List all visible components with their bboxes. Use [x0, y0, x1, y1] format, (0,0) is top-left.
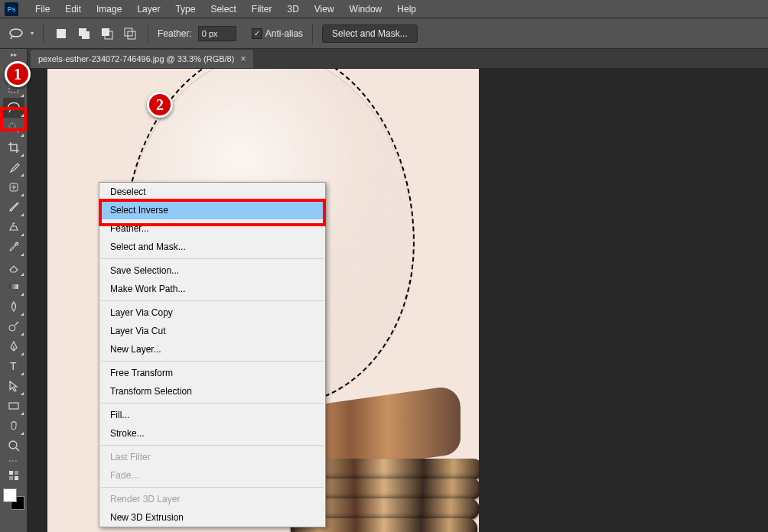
healing-brush-tool-icon[interactable]	[3, 177, 24, 197]
menu-file[interactable]: File	[28, 1, 57, 18]
anti-alias-checkbox[interactable]: ✓ Anti-alias	[252, 28, 303, 39]
quick-selection-tool-icon[interactable]	[3, 118, 24, 138]
svg-point-17	[9, 441, 17, 449]
eraser-tool-icon[interactable]	[3, 257, 24, 277]
dodge-tool-icon[interactable]	[3, 316, 24, 336]
svg-point-14	[9, 325, 15, 331]
menu-3d[interactable]: 3D	[279, 1, 306, 18]
svg-text:T: T	[10, 360, 17, 372]
menu-view[interactable]: View	[307, 1, 342, 18]
svg-rect-16	[9, 403, 18, 409]
blur-tool-icon[interactable]	[3, 297, 24, 316]
cm-free-transform[interactable]: Free Transform	[99, 364, 325, 382]
close-tab-icon[interactable]: ×	[240, 54, 246, 64]
foreground-color-swatch[interactable]	[3, 488, 17, 502]
svg-rect-1	[57, 29, 66, 38]
selection-subtract-icon[interactable]	[99, 25, 116, 42]
cm-layer-via-cut[interactable]: Layer Via Cut	[99, 322, 325, 340]
anti-alias-label: Anti-alias	[265, 28, 303, 39]
cm-stroke[interactable]: Stroke...	[99, 424, 325, 443]
eyedropper-tool-icon[interactable]	[3, 157, 24, 177]
toolbar-separator: •••	[9, 457, 18, 464]
svg-rect-4	[102, 28, 109, 36]
cm-select-and-mask[interactable]: Select and Mask...	[99, 238, 325, 256]
selection-intersect-icon[interactable]	[122, 25, 138, 42]
cm-render-3d-layer: Render 3D Layer	[99, 490, 325, 508]
svg-rect-19	[15, 471, 18, 475]
svg-point-9	[8, 103, 19, 110]
svg-rect-18	[9, 471, 13, 475]
zoom-tool-icon[interactable]	[3, 436, 24, 456]
svg-rect-7	[128, 31, 135, 39]
checkbox-icon: ✓	[252, 28, 262, 39]
cm-feather[interactable]: Feather...	[99, 219, 325, 238]
crop-tool-icon[interactable]	[3, 138, 24, 157]
selection-add-icon[interactable]	[76, 25, 93, 42]
cm-deselect[interactable]: Deselect	[99, 183, 325, 201]
pen-tool-icon[interactable]	[3, 336, 24, 356]
clone-stamp-tool-icon[interactable]	[3, 217, 24, 237]
annotation-callout-2: 2	[147, 92, 173, 118]
document-tab[interactable]: pexels-esther-234072-746496.jpg @ 33.3% …	[31, 50, 253, 68]
svg-rect-13	[9, 284, 18, 289]
rectangle-tool-icon[interactable]	[3, 396, 24, 416]
svg-rect-21	[15, 476, 18, 480]
cm-last-filter: Last Filter	[99, 448, 325, 466]
current-tool-lasso-icon[interactable]	[8, 25, 24, 42]
svg-point-10	[9, 123, 15, 129]
menu-window[interactable]: Window	[342, 1, 390, 18]
brush-tool-icon[interactable]	[3, 197, 24, 217]
foreground-background-colors[interactable]	[3, 488, 24, 510]
cm-fill[interactable]: Fill...	[99, 406, 325, 424]
cm-make-work-path[interactable]: Make Work Path...	[99, 280, 325, 298]
cm-separator	[101, 445, 324, 446]
menu-layer[interactable]: Layer	[129, 1, 168, 18]
canvas-viewport[interactable]: Deselect Select Inverse Feather... Selec…	[28, 69, 768, 532]
cm-new-3d-extrusion[interactable]: New 3D Extrusion	[99, 508, 325, 527]
hand-tool-icon[interactable]	[3, 416, 24, 436]
history-brush-tool-icon[interactable]	[3, 237, 24, 257]
tools-panel: ▸▸ T •••	[0, 49, 28, 532]
edit-toolbar-icon[interactable]	[3, 466, 24, 485]
context-menu: Deselect Select Inverse Feather... Selec…	[99, 182, 326, 527]
photoshop-app-icon: Ps	[5, 2, 18, 16]
svg-rect-20	[9, 476, 13, 480]
cm-separator	[101, 403, 324, 404]
menu-help[interactable]: Help	[389, 1, 424, 18]
feather-input[interactable]	[198, 26, 236, 41]
cm-separator	[101, 300, 324, 301]
document-area: pexels-esther-234072-746496.jpg @ 33.3% …	[28, 49, 768, 532]
cm-separator	[101, 361, 324, 362]
menu-select[interactable]: Select	[203, 1, 243, 18]
menu-type[interactable]: Type	[168, 1, 203, 18]
svg-point-0	[10, 29, 22, 37]
cm-separator	[101, 258, 324, 259]
document-tab-bar: pexels-esther-234072-746496.jpg @ 33.3% …	[28, 49, 768, 69]
cm-new-layer[interactable]: New Layer...	[99, 340, 325, 358]
menu-bar: Ps File Edit Image Layer Type Select Fil…	[0, 0, 768, 18]
annotation-callout-1: 1	[5, 61, 31, 87]
menu-image[interactable]: Image	[89, 1, 129, 18]
cm-layer-via-copy[interactable]: Layer Via Copy	[99, 303, 325, 322]
menu-edit[interactable]: Edit	[57, 1, 89, 18]
type-tool-icon[interactable]: T	[3, 356, 24, 376]
gradient-tool-icon[interactable]	[3, 277, 24, 297]
selection-new-icon[interactable]	[53, 25, 70, 42]
document-tab-title: pexels-esther-234072-746496.jpg @ 33.3% …	[38, 54, 234, 63]
path-selection-tool-icon[interactable]	[3, 376, 24, 396]
feather-label: Feather:	[158, 28, 192, 39]
cm-select-inverse[interactable]: Select Inverse	[99, 201, 325, 219]
cm-transform-selection[interactable]: Transform Selection	[99, 382, 325, 401]
select-and-mask-button[interactable]: Select and Mask...	[322, 24, 418, 43]
options-bar: ▾ Feather: ✓ Anti-alias Select and Mask.…	[0, 18, 768, 49]
svg-rect-6	[125, 28, 132, 36]
svg-rect-3	[82, 31, 89, 39]
collapse-toolbar-icon[interactable]: ▸▸	[2, 50, 26, 58]
lasso-tool-icon[interactable]	[3, 98, 24, 118]
cm-fade: Fade...	[99, 466, 325, 485]
cm-separator	[101, 487, 324, 488]
cm-save-selection[interactable]: Save Selection...	[99, 261, 325, 280]
menu-filter[interactable]: Filter	[244, 1, 280, 18]
